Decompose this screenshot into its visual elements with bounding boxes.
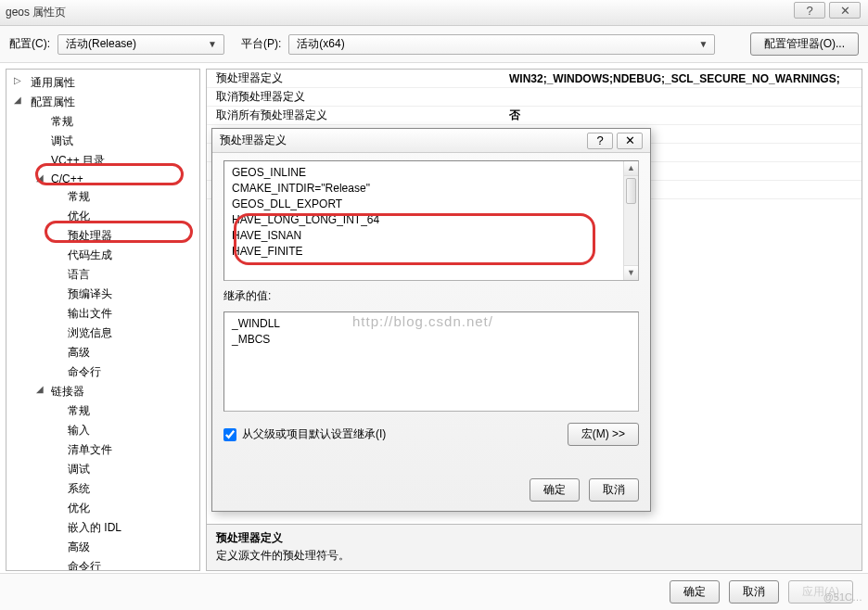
nav-tree[interactable]: ▷通用属性◢配置属性常规调试VC++ 目录◢C/C++常规优化预处理器代码生成语… [6,69,200,571]
tree-item-label: 调试 [51,134,73,147]
popup-cancel-button[interactable]: 取消 [589,478,639,502]
property-row[interactable]: 取消预处理器定义 [207,88,862,107]
property-description: 预处理器定义 定义源文件的预处理符号。 [206,525,862,571]
platform-combobox[interactable]: 活动(x64) ▼ [288,34,715,55]
config-combobox[interactable]: 活动(Release) ▼ [57,34,224,55]
tree-item[interactable]: 清单文件 [6,440,199,460]
twisty-icon[interactable]: ◢ [12,95,23,105]
close-button[interactable]: ✕ [829,2,861,19]
inherited-values-box: _WINDLL_MBCS [223,311,639,412]
tree-item[interactable]: 高级 [6,538,199,557]
tree-item-label: 优化 [68,502,90,515]
property-row[interactable]: 取消所有预处理器定义否 [207,107,862,125]
help-button[interactable]: ? [794,2,825,19]
tree-item[interactable]: VC++ 目录 [6,151,199,171]
tree-item-label: 系统 [68,482,90,495]
definition-line[interactable]: HAVE_FINITE [232,244,631,260]
definition-line[interactable]: HAVE_ISNAN [232,228,631,244]
dialog-footer: 确定 取消 应用(A) [0,573,868,610]
inherit-checkbox[interactable] [223,428,236,441]
tree-item[interactable]: 系统 [6,479,199,499]
tree-item[interactable]: 常规 [6,187,199,207]
popup-close-button[interactable]: ✕ [617,133,643,149]
platform-label: 平台(P): [241,36,281,52]
config-label: 配置(C): [9,36,50,52]
tree-item-label: 配置属性 [31,95,75,108]
tree-item-label: 预编译头 [68,287,112,300]
definition-line[interactable]: CMAKE_INTDIR="Release" [232,181,631,197]
chevron-down-icon: ▼ [205,39,220,49]
tree-item-label: 高级 [68,346,90,359]
cancel-button[interactable]: 取消 [729,580,779,604]
inherit-checkbox-label: 从父级或项目默认设置继承(I) [242,426,386,442]
tree-item[interactable]: 优化 [6,207,199,226]
config-manager-button[interactable]: 配置管理器(O)... [750,32,859,56]
scroll-up-icon[interactable]: ▲ [624,161,638,176]
tree-item[interactable]: ◢链接器 [6,382,199,401]
tree-item[interactable]: ◢配置属性 [6,93,199,112]
tree-item-label: 调试 [68,463,90,476]
apply-button[interactable]: 应用(A) [788,580,853,604]
popup-help-button[interactable]: ? [587,133,613,149]
tree-item-label: VC++ 目录 [51,154,105,167]
ok-button[interactable]: 确定 [670,580,720,604]
property-value[interactable]: WIN32;_WINDOWS;NDEBUG;_SCL_SECURE_NO_WAR… [504,72,862,85]
tree-item[interactable]: 优化 [6,499,199,518]
popup-title: 预处理器定义 [220,133,583,148]
tree-item-label: 输入 [68,424,90,437]
toolbar: 配置(C): 活动(Release) ▼ 平台(P): 活动(x64) ▼ 配置… [0,26,868,63]
tree-item-label: 预处理器 [68,229,112,242]
window-title: geos 属性页 [6,5,66,20]
config-value: 活动(Release) [66,36,205,52]
tree-item[interactable]: 常规 [6,112,199,132]
tree-item[interactable]: 高级 [6,343,199,362]
twisty-icon[interactable]: ◢ [34,384,45,394]
inherit-label: 继承的值: [223,288,639,304]
tree-item[interactable]: 预编译头 [6,285,199,304]
preprocessor-definitions-dialog: 预处理器定义 ? ✕ GEOS_INLINECMAKE_INTDIR="Rele… [211,128,651,512]
tree-item-label: 优化 [68,210,90,222]
tree-item[interactable]: 预处理器 [6,226,199,246]
propdesc-title: 预处理器定义 [216,530,852,546]
tree-item[interactable]: 调试 [6,460,199,479]
tree-item-label: 高级 [68,540,90,553]
tree-item[interactable]: 语言 [6,265,199,285]
property-name: 取消预处理器定义 [207,89,504,105]
tree-item[interactable]: 命令行 [6,557,199,571]
scroll-thumb[interactable] [626,178,636,204]
tree-item[interactable]: 代码生成 [6,246,199,265]
definition-line[interactable]: GEOS_INLINE [232,165,631,181]
tree-item-label: 语言 [68,268,90,281]
tree-item-label: C/C++ [51,172,83,185]
definitions-textbox[interactable]: GEOS_INLINECMAKE_INTDIR="Release"GEOS_DL… [223,160,639,281]
tree-item[interactable]: 命令行 [6,362,199,382]
tree-item-label: 通用属性 [31,76,75,89]
tree-item[interactable]: 调试 [6,132,199,151]
definition-line[interactable]: HAVE_LONG_LONG_INT_64 [232,212,631,228]
tree-item-label: 输出文件 [68,307,112,320]
property-row[interactable]: 预处理器定义WIN32;_WINDOWS;NDEBUG;_SCL_SECURE_… [207,70,862,88]
tree-item[interactable]: ▷通用属性 [6,73,199,93]
macros-button[interactable]: 宏(M) >> [568,423,639,446]
tree-item[interactable]: 常规 [6,401,199,421]
tree-item[interactable]: ◢C/C++ [6,171,199,187]
tree-item[interactable]: 输出文件 [6,304,199,324]
definition-line[interactable]: GEOS_DLL_EXPORT [232,197,631,212]
property-value[interactable]: 否 [504,108,862,123]
tree-item-label: 嵌入的 IDL [68,521,121,534]
property-name: 取消所有预处理器定义 [207,108,504,123]
popup-ok-button[interactable]: 确定 [530,478,580,502]
tree-item-label: 代码生成 [68,248,112,261]
tree-item[interactable]: 输入 [6,421,199,440]
tree-item[interactable]: 嵌入的 IDL [6,518,199,538]
tree-item-label: 命令行 [68,560,101,571]
titlebar: geos 属性页 ? ✕ [0,0,868,26]
twisty-icon[interactable]: ◢ [34,172,45,183]
propdesc-body: 定义源文件的预处理符号。 [216,548,852,564]
tree-item-label: 清单文件 [68,443,112,456]
tree-item[interactable]: 浏览信息 [6,324,199,343]
scroll-down-icon[interactable]: ▼ [624,265,638,280]
twisty-icon[interactable]: ▷ [12,75,23,85]
scrollbar[interactable]: ▲ ▼ [623,161,638,280]
tree-item-label: 链接器 [51,385,84,398]
